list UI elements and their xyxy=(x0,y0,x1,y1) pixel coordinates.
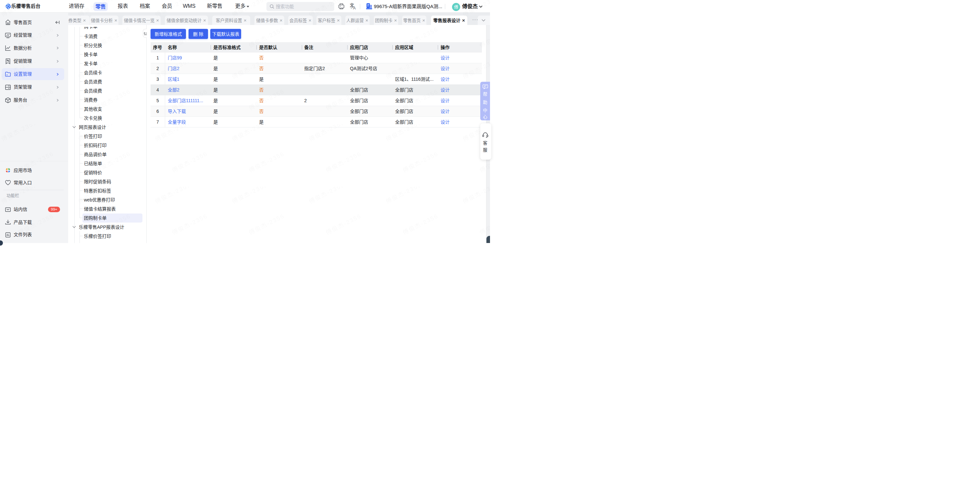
svg-text:A: A xyxy=(353,6,356,10)
